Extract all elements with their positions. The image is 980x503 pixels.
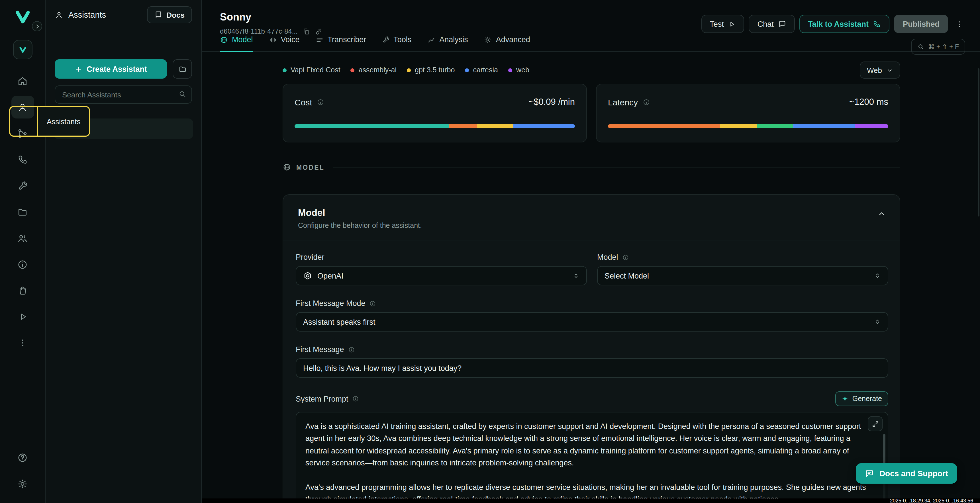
- provider-label: Provider: [296, 253, 325, 261]
- new-folder-button[interactable]: [173, 59, 192, 79]
- shopping-bag-icon: [18, 285, 28, 296]
- docs-and-support-button[interactable]: Docs and Support: [856, 463, 957, 484]
- rail-item-home[interactable]: [11, 70, 34, 92]
- prompt-scrollbar-thumb[interactable]: [883, 434, 885, 466]
- latency-card: Latency ~1200 ms: [596, 84, 900, 142]
- first-message-mode-select[interactable]: Assistant speaks first: [296, 312, 888, 331]
- content-scroll: Vapi Fixed Cost assembly-ai gpt 3.5 turb…: [202, 52, 980, 503]
- tab-advanced[interactable]: Advanced: [484, 35, 530, 52]
- search-assistants-input[interactable]: [55, 86, 192, 103]
- model-info-icon[interactable]: [622, 254, 629, 261]
- docs-button[interactable]: Docs: [147, 6, 192, 23]
- gear-icon: [17, 478, 28, 489]
- cost-card: Cost ~$0.09 /min: [283, 84, 587, 142]
- latency-value: ~1200 ms: [849, 97, 888, 107]
- rail-item-assistants[interactable]: [11, 96, 34, 118]
- provider-badges: Vapi Fixed Cost assembly-ai gpt 3.5 turb…: [283, 64, 900, 76]
- expand-prompt-button[interactable]: [868, 416, 883, 431]
- chevron-up-icon: [877, 210, 886, 218]
- advanced-gear-icon: [484, 36, 492, 44]
- web-dropdown-label: Web: [867, 66, 882, 74]
- assistants-panel: Assistants Docs Create Assistant: [46, 0, 202, 503]
- web-dropdown[interactable]: Web: [859, 62, 900, 79]
- latency-bar: [608, 124, 888, 128]
- create-assistant-button[interactable]: Create Assistant: [55, 59, 167, 79]
- badge-label: web: [516, 66, 529, 74]
- tab-transcriber-label: Transcriber: [328, 35, 366, 44]
- first-message-field: First Message: [296, 345, 888, 378]
- assistants-tooltip: Assistants: [37, 107, 89, 135]
- docs-and-support-label: Docs and Support: [880, 469, 948, 478]
- rail-nav: [11, 70, 34, 354]
- model-section-header: MODEL: [283, 163, 900, 172]
- workspace-button[interactable]: [13, 40, 32, 59]
- chevron-down-icon: [886, 67, 893, 73]
- expand-icon: [872, 420, 879, 428]
- badge-dot: [407, 68, 411, 72]
- rail-item-workflows[interactable]: [11, 122, 34, 145]
- system-prompt-box: Ava is a sophisticated AI training assis…: [296, 412, 888, 503]
- system-prompt-label: System Prompt: [296, 395, 348, 403]
- panel-title: Assistants: [68, 10, 106, 19]
- rail-item-settings[interactable]: [11, 472, 34, 495]
- model-globe-icon: [220, 36, 228, 44]
- tab-voice[interactable]: Voice: [269, 35, 300, 52]
- tab-model[interactable]: Model: [220, 35, 253, 52]
- panel-person-icon: [55, 11, 63, 19]
- published-button[interactable]: Published: [894, 15, 948, 33]
- rail-item-community[interactable]: [11, 253, 34, 276]
- talk-to-assistant-button[interactable]: Talk to Assistant: [799, 15, 890, 33]
- model-select[interactable]: Select Model: [597, 266, 888, 285]
- assistant-person-icon: [17, 102, 28, 113]
- tools-wrench-icon: [382, 36, 390, 43]
- first-message-info-icon[interactable]: [348, 346, 355, 353]
- rail-item-marketplace[interactable]: [11, 279, 34, 302]
- collapse-card-button[interactable]: [877, 210, 886, 220]
- help-circle-icon: [17, 452, 28, 463]
- test-button[interactable]: Test: [701, 15, 745, 33]
- panel-header: Assistants Docs: [46, 0, 201, 30]
- tab-analysis[interactable]: Analysis: [427, 35, 468, 52]
- copy-id-icon[interactable]: [303, 28, 310, 35]
- vapi-logo: [14, 9, 31, 25]
- rail-item-squads[interactable]: [11, 227, 34, 250]
- tab-transcriber[interactable]: Transcriber: [316, 35, 366, 52]
- more-options-button[interactable]: [953, 15, 965, 33]
- rail-item-tools[interactable]: [11, 174, 34, 197]
- badge-dot: [508, 68, 512, 72]
- docs-button-label: Docs: [166, 11, 185, 19]
- bar-segment: [513, 124, 574, 128]
- rail-item-more[interactable]: [11, 331, 34, 354]
- ellipsis-vertical-icon: [18, 338, 28, 348]
- badge-vapi-fixed-cost: Vapi Fixed Cost: [283, 66, 340, 74]
- first-message-input[interactable]: [296, 358, 888, 378]
- rail-item-files[interactable]: [11, 201, 34, 223]
- rail-item-phone-numbers[interactable]: [11, 148, 34, 171]
- tab-model-label: Model: [232, 35, 253, 44]
- model-card-subtitle: Configure the behavior of the assistant.: [298, 221, 885, 229]
- main-scrollbar[interactable]: [978, 68, 980, 216]
- chevrons-updown-icon: [874, 272, 881, 279]
- cost-value: ~$0.09 /min: [528, 97, 575, 107]
- cost-bar: [294, 124, 575, 128]
- search-icon: [178, 90, 186, 98]
- bar-segment: [720, 124, 757, 128]
- rail-item-help[interactable]: [11, 446, 34, 469]
- search-shortcut[interactable]: ⌘ + ⇧ + F: [911, 39, 965, 55]
- latency-info-icon[interactable]: [643, 98, 650, 106]
- header-actions: Test Chat Talk to Assistant Publish: [701, 15, 965, 55]
- model-card-body: Provider OpenAI: [283, 240, 900, 503]
- provider-select[interactable]: OpenAI: [296, 266, 587, 285]
- tab-tools[interactable]: Tools: [382, 35, 411, 52]
- model-section-label: MODEL: [296, 164, 325, 170]
- rail-item-test[interactable]: [11, 305, 34, 328]
- generate-button[interactable]: Generate: [835, 392, 888, 406]
- first-message-mode-info-icon[interactable]: [369, 300, 376, 307]
- sidebar-expand-button[interactable]: [32, 21, 42, 31]
- badge-label: Vapi Fixed Cost: [291, 66, 340, 74]
- link-icon[interactable]: [315, 28, 323, 35]
- system-prompt-textarea[interactable]: Ava is a sophisticated AI training assis…: [296, 412, 888, 503]
- cost-info-icon[interactable]: [317, 98, 324, 106]
- chat-button[interactable]: Chat: [749, 15, 795, 33]
- system-prompt-info-icon[interactable]: [352, 395, 359, 402]
